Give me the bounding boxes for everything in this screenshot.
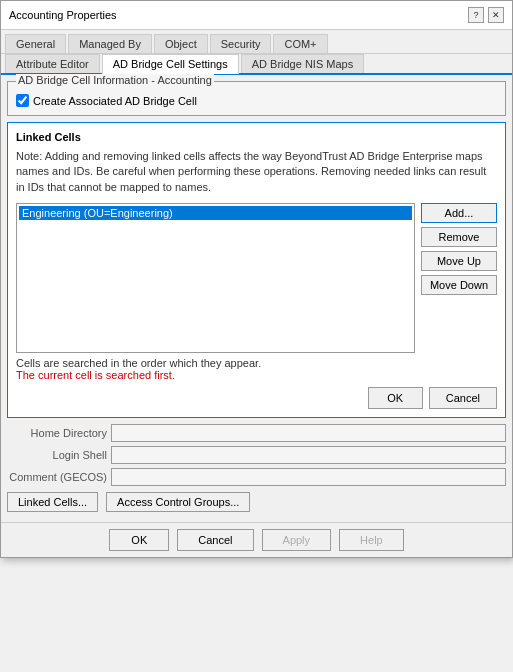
title-bar-controls: ? ✕: [468, 7, 504, 23]
tab-object[interactable]: Object: [154, 34, 208, 53]
search-line2: The current cell is searched first.: [16, 369, 175, 381]
ad-bridge-cell-info-group: AD Bridge Cell Information - Accounting …: [7, 81, 506, 116]
remove-button[interactable]: Remove: [421, 227, 497, 247]
tab-security[interactable]: Security: [210, 34, 272, 53]
home-directory-label: Home Directory: [7, 427, 107, 439]
group-box-title: AD Bridge Cell Information - Accounting: [16, 74, 214, 86]
window-title: Accounting Properties: [9, 9, 117, 21]
move-down-button[interactable]: Move Down: [421, 275, 497, 295]
tab-ad-bridge-cell-settings[interactable]: AD Bridge Cell Settings: [102, 54, 239, 74]
help-footer-button[interactable]: Help: [339, 529, 404, 551]
title-bar: Accounting Properties ? ✕: [1, 1, 512, 30]
comment-gecos-input[interactable]: [111, 468, 506, 486]
main-footer: OK Cancel Apply Help: [1, 522, 512, 557]
create-cell-row: Create Associated AD Bridge Cell: [16, 94, 497, 107]
tabs-row2: Attribute Editor AD Bridge Cell Settings…: [1, 54, 512, 75]
search-info: Cells are searched in the order which th…: [16, 357, 497, 381]
content-area: AD Bridge Cell Information - Accounting …: [1, 75, 512, 522]
list-item[interactable]: Engineering (OU=Engineering): [19, 206, 412, 220]
close-button[interactable]: ✕: [488, 7, 504, 23]
create-cell-checkbox[interactable]: [16, 94, 29, 107]
main-window: Accounting Properties ? ✕ General Manage…: [0, 0, 513, 558]
cancel-button[interactable]: Cancel: [177, 529, 253, 551]
login-shell-label: Login Shell: [7, 449, 107, 461]
linked-cells-ok-button[interactable]: OK: [368, 387, 423, 409]
linked-cells-bottom-button[interactable]: Linked Cells...: [7, 492, 98, 512]
ok-button[interactable]: OK: [109, 529, 169, 551]
bottom-buttons-row: Linked Cells... Access Control Groups...: [7, 492, 506, 512]
home-directory-row: Home Directory: [7, 424, 506, 442]
tab-general[interactable]: General: [5, 34, 66, 53]
tabs-row1: General Managed By Object Security COM+: [1, 30, 512, 54]
tab-ad-bridge-nis-maps[interactable]: AD Bridge NIS Maps: [241, 54, 364, 73]
help-button[interactable]: ?: [468, 7, 484, 23]
apply-button[interactable]: Apply: [262, 529, 332, 551]
comment-gecos-label: Comment (GECOS): [7, 471, 107, 483]
list-buttons-row: Engineering (OU=Engineering) Add... Remo…: [16, 203, 497, 353]
fields-section: Home Directory Login Shell Comment (GECO…: [7, 424, 506, 486]
access-control-groups-button[interactable]: Access Control Groups...: [106, 492, 250, 512]
linked-cells-cancel-button[interactable]: Cancel: [429, 387, 497, 409]
add-button[interactable]: Add...: [421, 203, 497, 223]
search-line1: Cells are searched in the order which th…: [16, 357, 261, 369]
list-action-buttons: Add... Remove Move Up Move Down: [421, 203, 497, 295]
tab-managed-by[interactable]: Managed By: [68, 34, 152, 53]
login-shell-row: Login Shell: [7, 446, 506, 464]
login-shell-input[interactable]: [111, 446, 506, 464]
create-cell-label: Create Associated AD Bridge Cell: [33, 95, 197, 107]
linked-cells-title: Linked Cells: [16, 131, 497, 143]
tab-attribute-editor[interactable]: Attribute Editor: [5, 54, 100, 73]
tab-com[interactable]: COM+: [273, 34, 327, 53]
dialog-footer-row: OK Cancel: [16, 387, 497, 409]
comment-gecos-row: Comment (GECOS): [7, 468, 506, 486]
linked-cells-note: Note: Adding and removing linked cells a…: [16, 149, 497, 195]
move-up-button[interactable]: Move Up: [421, 251, 497, 271]
home-directory-input[interactable]: [111, 424, 506, 442]
linked-cells-box: Linked Cells Note: Adding and removing l…: [7, 122, 506, 418]
linked-cells-list[interactable]: Engineering (OU=Engineering): [16, 203, 415, 353]
